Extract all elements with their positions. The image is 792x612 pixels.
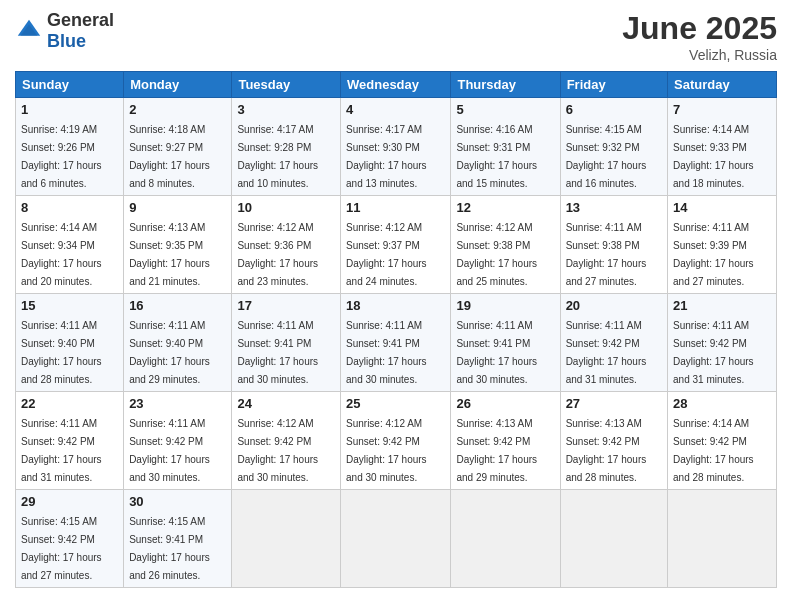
day-number: 28: [673, 396, 771, 411]
day-info: Sunrise: 4:11 AMSunset: 9:41 PMDaylight:…: [456, 320, 537, 385]
day-info: Sunrise: 4:11 AMSunset: 9:42 PMDaylight:…: [21, 418, 102, 483]
location: Velizh, Russia: [622, 47, 777, 63]
calendar-day-cell: 6 Sunrise: 4:15 AMSunset: 9:32 PMDayligh…: [560, 98, 667, 196]
day-info: Sunrise: 4:14 AMSunset: 9:33 PMDaylight:…: [673, 124, 754, 189]
day-number: 24: [237, 396, 335, 411]
calendar-day-cell: 22 Sunrise: 4:11 AMSunset: 9:42 PMDaylig…: [16, 392, 124, 490]
day-info: Sunrise: 4:12 AMSunset: 9:42 PMDaylight:…: [237, 418, 318, 483]
day-info: Sunrise: 4:15 AMSunset: 9:42 PMDaylight:…: [21, 516, 102, 581]
day-number: 21: [673, 298, 771, 313]
day-info: Sunrise: 4:17 AMSunset: 9:28 PMDaylight:…: [237, 124, 318, 189]
month-title: June 2025: [622, 10, 777, 47]
calendar-day-cell: 29 Sunrise: 4:15 AMSunset: 9:42 PMDaylig…: [16, 490, 124, 588]
calendar-week-row: 1 Sunrise: 4:19 AMSunset: 9:26 PMDayligh…: [16, 98, 777, 196]
day-info: Sunrise: 4:11 AMSunset: 9:38 PMDaylight:…: [566, 222, 647, 287]
day-info: Sunrise: 4:14 AMSunset: 9:34 PMDaylight:…: [21, 222, 102, 287]
day-of-week-header: Friday: [560, 72, 667, 98]
day-info: Sunrise: 4:11 AMSunset: 9:42 PMDaylight:…: [129, 418, 210, 483]
day-number: 10: [237, 200, 335, 215]
calendar-day-cell: 28 Sunrise: 4:14 AMSunset: 9:42 PMDaylig…: [668, 392, 777, 490]
day-number: 23: [129, 396, 226, 411]
day-number: 22: [21, 396, 118, 411]
calendar-day-cell: 1 Sunrise: 4:19 AMSunset: 9:26 PMDayligh…: [16, 98, 124, 196]
calendar-day-cell: 20 Sunrise: 4:11 AMSunset: 9:42 PMDaylig…: [560, 294, 667, 392]
calendar-day-cell: [451, 490, 560, 588]
calendar-day-cell: 19 Sunrise: 4:11 AMSunset: 9:41 PMDaylig…: [451, 294, 560, 392]
calendar-day-cell: 16 Sunrise: 4:11 AMSunset: 9:40 PMDaylig…: [124, 294, 232, 392]
title-block: June 2025 Velizh, Russia: [622, 10, 777, 63]
day-number: 16: [129, 298, 226, 313]
day-number: 4: [346, 102, 445, 117]
day-number: 9: [129, 200, 226, 215]
day-number: 30: [129, 494, 226, 509]
calendar-day-cell: 3 Sunrise: 4:17 AMSunset: 9:28 PMDayligh…: [232, 98, 341, 196]
day-info: Sunrise: 4:14 AMSunset: 9:42 PMDaylight:…: [673, 418, 754, 483]
calendar-day-cell: [341, 490, 451, 588]
calendar-day-cell: 26 Sunrise: 4:13 AMSunset: 9:42 PMDaylig…: [451, 392, 560, 490]
calendar-day-cell: 21 Sunrise: 4:11 AMSunset: 9:42 PMDaylig…: [668, 294, 777, 392]
day-number: 5: [456, 102, 554, 117]
day-number: 2: [129, 102, 226, 117]
calendar-day-cell: 25 Sunrise: 4:12 AMSunset: 9:42 PMDaylig…: [341, 392, 451, 490]
day-number: 20: [566, 298, 662, 313]
calendar-day-cell: 5 Sunrise: 4:16 AMSunset: 9:31 PMDayligh…: [451, 98, 560, 196]
calendar-day-cell: 9 Sunrise: 4:13 AMSunset: 9:35 PMDayligh…: [124, 196, 232, 294]
calendar-day-cell: 10 Sunrise: 4:12 AMSunset: 9:36 PMDaylig…: [232, 196, 341, 294]
calendar-week-row: 29 Sunrise: 4:15 AMSunset: 9:42 PMDaylig…: [16, 490, 777, 588]
calendar-week-row: 8 Sunrise: 4:14 AMSunset: 9:34 PMDayligh…: [16, 196, 777, 294]
day-number: 13: [566, 200, 662, 215]
day-info: Sunrise: 4:13 AMSunset: 9:42 PMDaylight:…: [566, 418, 647, 483]
day-info: Sunrise: 4:15 AMSunset: 9:41 PMDaylight:…: [129, 516, 210, 581]
calendar-day-cell: [232, 490, 341, 588]
day-info: Sunrise: 4:15 AMSunset: 9:32 PMDaylight:…: [566, 124, 647, 189]
day-info: Sunrise: 4:11 AMSunset: 9:39 PMDaylight:…: [673, 222, 754, 287]
day-info: Sunrise: 4:17 AMSunset: 9:30 PMDaylight:…: [346, 124, 427, 189]
day-number: 1: [21, 102, 118, 117]
day-of-week-header: Monday: [124, 72, 232, 98]
logo: General Blue: [15, 10, 114, 52]
calendar-day-cell: 23 Sunrise: 4:11 AMSunset: 9:42 PMDaylig…: [124, 392, 232, 490]
day-of-week-header: Saturday: [668, 72, 777, 98]
day-number: 6: [566, 102, 662, 117]
day-info: Sunrise: 4:19 AMSunset: 9:26 PMDaylight:…: [21, 124, 102, 189]
day-number: 11: [346, 200, 445, 215]
day-info: Sunrise: 4:11 AMSunset: 9:40 PMDaylight:…: [21, 320, 102, 385]
day-number: 25: [346, 396, 445, 411]
day-of-week-header: Sunday: [16, 72, 124, 98]
calendar-body: 1 Sunrise: 4:19 AMSunset: 9:26 PMDayligh…: [16, 98, 777, 588]
day-info: Sunrise: 4:12 AMSunset: 9:38 PMDaylight:…: [456, 222, 537, 287]
day-info: Sunrise: 4:12 AMSunset: 9:36 PMDaylight:…: [237, 222, 318, 287]
calendar-day-cell: 14 Sunrise: 4:11 AMSunset: 9:39 PMDaylig…: [668, 196, 777, 294]
day-info: Sunrise: 4:11 AMSunset: 9:40 PMDaylight:…: [129, 320, 210, 385]
calendar-day-cell: 11 Sunrise: 4:12 AMSunset: 9:37 PMDaylig…: [341, 196, 451, 294]
calendar-week-row: 22 Sunrise: 4:11 AMSunset: 9:42 PMDaylig…: [16, 392, 777, 490]
day-info: Sunrise: 4:11 AMSunset: 9:41 PMDaylight:…: [346, 320, 427, 385]
day-info: Sunrise: 4:18 AMSunset: 9:27 PMDaylight:…: [129, 124, 210, 189]
day-number: 29: [21, 494, 118, 509]
day-number: 17: [237, 298, 335, 313]
day-number: 26: [456, 396, 554, 411]
calendar-day-cell: 4 Sunrise: 4:17 AMSunset: 9:30 PMDayligh…: [341, 98, 451, 196]
calendar-week-row: 15 Sunrise: 4:11 AMSunset: 9:40 PMDaylig…: [16, 294, 777, 392]
calendar-day-cell: 24 Sunrise: 4:12 AMSunset: 9:42 PMDaylig…: [232, 392, 341, 490]
day-number: 19: [456, 298, 554, 313]
day-of-week-header: Tuesday: [232, 72, 341, 98]
calendar-day-cell: [668, 490, 777, 588]
calendar: SundayMondayTuesdayWednesdayThursdayFrid…: [15, 71, 777, 588]
calendar-day-cell: 17 Sunrise: 4:11 AMSunset: 9:41 PMDaylig…: [232, 294, 341, 392]
day-info: Sunrise: 4:13 AMSunset: 9:42 PMDaylight:…: [456, 418, 537, 483]
logo-icon: [15, 17, 43, 45]
logo-blue: Blue: [47, 31, 86, 51]
day-info: Sunrise: 4:12 AMSunset: 9:37 PMDaylight:…: [346, 222, 427, 287]
day-info: Sunrise: 4:13 AMSunset: 9:35 PMDaylight:…: [129, 222, 210, 287]
day-info: Sunrise: 4:11 AMSunset: 9:42 PMDaylight:…: [566, 320, 647, 385]
calendar-day-cell: [560, 490, 667, 588]
day-number: 18: [346, 298, 445, 313]
calendar-day-cell: 27 Sunrise: 4:13 AMSunset: 9:42 PMDaylig…: [560, 392, 667, 490]
day-number: 7: [673, 102, 771, 117]
day-info: Sunrise: 4:11 AMSunset: 9:42 PMDaylight:…: [673, 320, 754, 385]
calendar-day-cell: 18 Sunrise: 4:11 AMSunset: 9:41 PMDaylig…: [341, 294, 451, 392]
logo-general: General: [47, 10, 114, 30]
calendar-day-cell: 15 Sunrise: 4:11 AMSunset: 9:40 PMDaylig…: [16, 294, 124, 392]
day-number: 27: [566, 396, 662, 411]
